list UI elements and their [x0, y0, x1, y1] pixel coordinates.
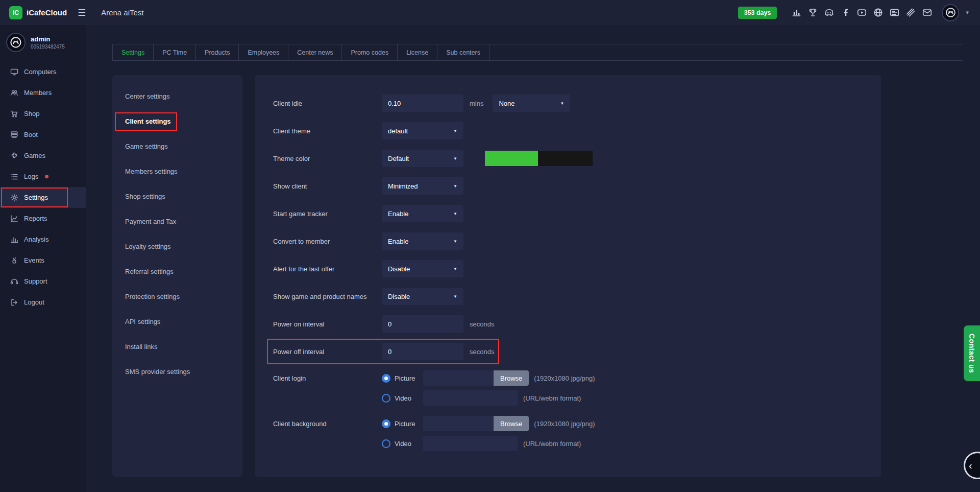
globe-icon[interactable]: [873, 8, 883, 17]
power-off-interval-input[interactable]: [382, 343, 463, 360]
show-game-product-names-select[interactable]: Disable▼: [382, 288, 463, 305]
subnav-shop-settings[interactable]: Shop settings: [112, 189, 242, 204]
field-label: Theme color: [273, 155, 382, 162]
chevron-down-icon: ▼: [453, 212, 457, 216]
sidebar-item-settings[interactable]: Settings: [0, 187, 86, 208]
youtube-icon[interactable]: [857, 8, 867, 17]
client-idle-input[interactable]: [382, 95, 463, 112]
sidebar-item-members[interactable]: Members: [0, 82, 86, 103]
sidebar-item-label: Computers: [24, 68, 57, 76]
tab-center-news[interactable]: Center news: [288, 44, 342, 60]
discord-icon[interactable]: [824, 8, 834, 17]
sidebar-item-boot[interactable]: Boot: [0, 124, 86, 145]
sidebar-item-label: Settings: [24, 194, 48, 201]
client-login-video-radio[interactable]: [382, 394, 390, 403]
client-login-picture-input[interactable]: [423, 370, 494, 386]
brand[interactable]: iC iCafeCloud: [9, 6, 70, 19]
sidebar-item-label: Logout: [24, 298, 44, 306]
chart-icon[interactable]: [792, 8, 801, 17]
logs-icon: [10, 173, 18, 181]
client-theme-select[interactable]: default▼: [382, 122, 463, 139]
user-menu-chevron-down-icon[interactable]: ▾: [966, 9, 969, 16]
power-on-interval-row: Power on interval seconds: [273, 315, 863, 333]
sidebar-item-reports[interactable]: Reports: [0, 208, 86, 229]
unit-label: seconds: [470, 348, 494, 356]
convert-to-member-select[interactable]: Enable▼: [382, 232, 463, 250]
tab-products[interactable]: Products: [196, 44, 239, 60]
tab-employees[interactable]: Employees: [239, 44, 288, 60]
radio-label: Video: [395, 440, 419, 448]
tab-promo-codes[interactable]: Promo codes: [342, 44, 398, 60]
user-avatar[interactable]: [942, 4, 959, 21]
brand-name: iCafeCloud: [27, 8, 67, 17]
subnav-protection-settings[interactable]: Protection settings: [112, 289, 242, 304]
radio-label: Picture: [395, 420, 419, 428]
show-game-product-names-row: Show game and product names Disable▼: [273, 288, 863, 305]
sidebar-item-computers[interactable]: Computers: [0, 61, 86, 82]
facebook-icon[interactable]: [841, 8, 850, 17]
sidebar-item-games[interactable]: Games: [0, 145, 86, 166]
subnav-center-settings[interactable]: Center settings: [112, 88, 242, 104]
show-client-select[interactable]: Minimized▼: [382, 177, 463, 195]
sidebar-item-label: Shop: [24, 110, 39, 118]
alert-last-offer-row: Alert for the last offer Disable▼: [273, 260, 863, 277]
events-icon: [10, 256, 18, 265]
client-login-video-input[interactable]: [423, 390, 518, 406]
trophy-icon[interactable]: [808, 8, 818, 17]
client-background-video-input[interactable]: [423, 436, 518, 451]
start-game-tracker-row: Start game tracker Enable▼: [273, 205, 863, 222]
brand-logo-icon: iC: [9, 6, 22, 19]
hamburger-menu-icon[interactable]: ☰: [78, 7, 86, 18]
field-label: Show game and product names: [273, 293, 382, 300]
tab-sub-centers[interactable]: Sub centers: [437, 44, 489, 60]
contact-us-button[interactable]: Contact us: [964, 325, 980, 381]
tab-license[interactable]: License: [398, 44, 437, 60]
subnav-loyalty-settings[interactable]: Loyalty settings: [112, 239, 242, 254]
theme-green-swatch: [485, 151, 538, 166]
sidebar-item-support[interactable]: Support: [0, 271, 86, 292]
sidebar-user-block[interactable]: admin 005193482475: [0, 25, 86, 61]
client-background-picture-input[interactable]: [423, 416, 494, 431]
tab-settings[interactable]: Settings: [112, 44, 154, 60]
client-background-picture-radio[interactable]: [382, 419, 390, 428]
subnav-members-settings[interactable]: Members settings: [112, 163, 242, 179]
client-background-browse-button[interactable]: Browse: [494, 416, 529, 431]
field-label: Client idle: [273, 100, 382, 107]
reports-icon: [10, 215, 18, 223]
chevron-down-icon: ▼: [453, 294, 457, 299]
sidebar-item-logs[interactable]: Logs: [0, 166, 86, 187]
client-idle-action-select[interactable]: None▼: [493, 95, 570, 112]
subnav-payment-and-tax[interactable]: Payment and Tax: [112, 214, 242, 229]
license-days-badge[interactable]: 353 days: [738, 7, 777, 19]
alert-last-offer-select[interactable]: Disable▼: [382, 260, 463, 277]
user-id: 005193482475: [31, 44, 65, 50]
client-login-picture-radio[interactable]: [382, 374, 390, 383]
subnav-referral-settings[interactable]: Referral settings: [112, 264, 242, 279]
tab-pc-time[interactable]: PC Time: [154, 44, 196, 60]
sidebar-item-label: Analysis: [24, 236, 48, 243]
power-on-interval-input[interactable]: [382, 315, 463, 333]
client-background-video-radio[interactable]: [382, 439, 390, 448]
sidebar-item-shop[interactable]: Shop: [0, 103, 86, 124]
chevron-left-icon: ‹: [969, 460, 972, 472]
field-label: Show client: [273, 182, 382, 190]
card-icon[interactable]: [890, 8, 899, 17]
client-background-row: Client background Picture Browse (1920x1…: [273, 416, 863, 451]
stripes-icon[interactable]: [906, 8, 916, 17]
mail-icon[interactable]: [922, 8, 932, 17]
sidebar-item-label: Members: [24, 89, 52, 97]
subnav-sms-provider-settings[interactable]: SMS provider settings: [112, 364, 242, 380]
field-label: Convert to member: [273, 238, 382, 245]
subnav-install-links[interactable]: Install links: [112, 339, 242, 355]
main-content: Settings PC Time Products Employees Cent…: [86, 25, 980, 492]
sidebar-item-logout[interactable]: Logout: [0, 292, 86, 313]
theme-color-select[interactable]: Default▼: [382, 150, 463, 167]
sidebar-item-events[interactable]: Events: [0, 250, 86, 271]
subnav-game-settings[interactable]: Game settings: [112, 138, 242, 154]
games-icon: [10, 152, 18, 160]
client-login-browse-button[interactable]: Browse: [494, 370, 529, 386]
sidebar-item-analysis[interactable]: Analysis: [0, 229, 86, 250]
start-game-tracker-select[interactable]: Enable▼: [382, 205, 463, 222]
subnav-client-settings[interactable]: Client settings: [112, 113, 242, 129]
subnav-api-settings[interactable]: API settings: [112, 314, 242, 330]
